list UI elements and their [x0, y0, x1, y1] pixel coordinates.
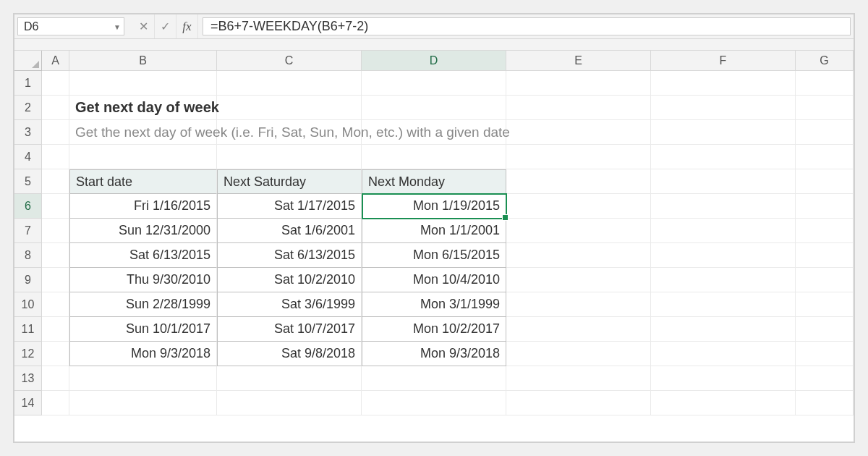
cell-E4[interactable] [506, 145, 651, 169]
row-header-5[interactable]: 5 [14, 169, 42, 194]
cell-F1[interactable] [651, 71, 796, 96]
cell-A3[interactable] [42, 120, 69, 145]
cell-F2[interactable] [651, 96, 796, 120]
cell-A6[interactable] [42, 194, 69, 219]
cell-E9[interactable] [506, 268, 651, 292]
row-header-7[interactable]: 7 [14, 219, 42, 243]
cell-F7[interactable] [651, 219, 796, 243]
cell-C9[interactable]: Sat 10/2/2010 [217, 268, 362, 292]
cell-D12[interactable]: Mon 9/3/2018 [362, 342, 506, 366]
cell-B10[interactable]: Sun 2/28/1999 [69, 292, 217, 317]
cell-F10[interactable] [651, 292, 796, 317]
row-header-1[interactable]: 1 [14, 71, 42, 96]
cell-E12[interactable] [506, 342, 651, 366]
cell-B3[interactable]: Get the next day of week (i.e. Fri, Sat,… [69, 120, 217, 145]
cell-D6[interactable]: Mon 1/19/2015 [362, 194, 506, 219]
select-all-corner[interactable] [14, 51, 42, 71]
cell-A2[interactable] [42, 96, 69, 120]
cell-G11[interactable] [796, 317, 854, 342]
cell-F9[interactable] [651, 268, 796, 292]
cell-A14[interactable] [42, 391, 69, 415]
cell-F12[interactable] [651, 342, 796, 366]
cell-B2[interactable]: Get next day of week [69, 96, 217, 120]
cell-B11[interactable]: Sun 10/1/2017 [69, 317, 217, 342]
row-header-2[interactable]: 2 [14, 96, 42, 120]
cell-E1[interactable] [506, 71, 651, 96]
col-header-C[interactable]: C [217, 51, 362, 71]
cell-D8[interactable]: Mon 6/15/2015 [362, 243, 506, 268]
cancel-formula-icon[interactable]: ✕ [133, 14, 155, 38]
col-header-B[interactable]: B [69, 51, 217, 71]
row-header-14[interactable]: 14 [14, 391, 42, 415]
cell-G5[interactable] [796, 169, 854, 194]
cell-E14[interactable] [506, 391, 651, 415]
cell-A5[interactable] [42, 169, 69, 194]
cell-G3[interactable] [796, 120, 854, 145]
cell-G4[interactable] [796, 145, 854, 169]
cell-G6[interactable] [796, 194, 854, 219]
cell-F13[interactable] [651, 366, 796, 391]
cell-E3[interactable] [506, 120, 651, 145]
cell-C7[interactable]: Sat 1/6/2001 [217, 219, 362, 243]
row-header-8[interactable]: 8 [14, 243, 42, 268]
formula-input[interactable]: =B6+7-WEEKDAY(B6+7-2) [203, 17, 851, 35]
cell-E2[interactable] [506, 96, 651, 120]
cell-C5[interactable]: Next Saturday [217, 169, 362, 194]
cell-B4[interactable] [69, 145, 217, 169]
cell-G7[interactable] [796, 219, 854, 243]
cell-D4[interactable] [362, 145, 506, 169]
cell-C11[interactable]: Sat 10/7/2017 [217, 317, 362, 342]
cell-E7[interactable] [506, 219, 651, 243]
cell-E6[interactable] [506, 194, 651, 219]
dropdown-icon[interactable]: ▼ [114, 22, 121, 30]
cell-D9[interactable]: Mon 10/4/2010 [362, 268, 506, 292]
cell-C13[interactable] [217, 366, 362, 391]
row-header-4[interactable]: 4 [14, 145, 42, 169]
cell-B13[interactable] [69, 366, 217, 391]
cell-G13[interactable] [796, 366, 854, 391]
row-header-13[interactable]: 13 [14, 366, 42, 391]
spreadsheet-grid[interactable]: A B C D E F G 1 2 Get next day of week 3… [14, 51, 854, 415]
row-header-6[interactable]: 6 [14, 194, 42, 219]
cell-A12[interactable] [42, 342, 69, 366]
cell-E8[interactable] [506, 243, 651, 268]
cell-D11[interactable]: Mon 10/2/2017 [362, 317, 506, 342]
cell-A11[interactable] [42, 317, 69, 342]
cell-F14[interactable] [651, 391, 796, 415]
col-header-D[interactable]: D [362, 51, 506, 71]
cell-A13[interactable] [42, 366, 69, 391]
cell-E5[interactable] [506, 169, 651, 194]
cell-G12[interactable] [796, 342, 854, 366]
cell-D14[interactable] [362, 391, 506, 415]
cell-B14[interactable] [69, 391, 217, 415]
row-header-3[interactable]: 3 [14, 120, 42, 145]
cell-G1[interactable] [796, 71, 854, 96]
cell-F3[interactable] [651, 120, 796, 145]
cell-E10[interactable] [506, 292, 651, 317]
cell-D10[interactable]: Mon 3/1/1999 [362, 292, 506, 317]
fx-icon[interactable]: fx [176, 14, 198, 38]
cell-C6[interactable]: Sat 1/17/2015 [217, 194, 362, 219]
col-header-E[interactable]: E [506, 51, 651, 71]
row-header-12[interactable]: 12 [14, 342, 42, 366]
row-header-9[interactable]: 9 [14, 268, 42, 292]
col-header-A[interactable]: A [42, 51, 69, 71]
cell-C1[interactable] [217, 71, 362, 96]
cell-A7[interactable] [42, 219, 69, 243]
cell-B5[interactable]: Start date [69, 169, 217, 194]
cell-B1[interactable] [69, 71, 217, 96]
cell-G9[interactable] [796, 268, 854, 292]
col-header-F[interactable]: F [651, 51, 796, 71]
cell-E11[interactable] [506, 317, 651, 342]
cell-C2[interactable] [217, 96, 362, 120]
cell-B8[interactable]: Sat 6/13/2015 [69, 243, 217, 268]
cell-G8[interactable] [796, 243, 854, 268]
cell-E13[interactable] [506, 366, 651, 391]
cell-F4[interactable] [651, 145, 796, 169]
cell-G2[interactable] [796, 96, 854, 120]
cell-F8[interactable] [651, 243, 796, 268]
cell-C10[interactable]: Sat 3/6/1999 [217, 292, 362, 317]
cell-A1[interactable] [42, 71, 69, 96]
cell-D5[interactable]: Next Monday [362, 169, 506, 194]
cell-D13[interactable] [362, 366, 506, 391]
